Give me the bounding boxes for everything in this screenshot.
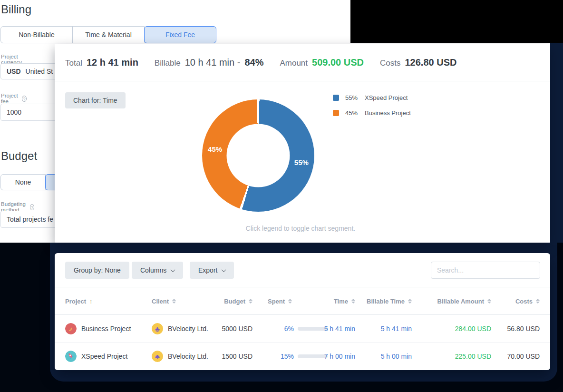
costs-cell: 56.80 USD [483,315,540,343]
stat-total: Total 12 h 41 min [65,57,138,68]
sort-icon [536,299,540,304]
billable-amount-cell: 225.00 USD [420,343,491,370]
sort-icon [288,299,292,304]
donut-segment-label: 55% [294,158,309,167]
search-input[interactable] [431,262,540,279]
sort-icon [249,299,252,304]
spent-percent: 6% [268,325,294,333]
export-button[interactable]: Export [190,262,234,279]
business-project-icon: ♪ [65,323,77,334]
svg-text:♣: ♣ [155,353,160,361]
table-row[interactable]: XSpeed Project ♣ BVelocity Ltd. 1500 USD… [55,343,550,370]
column-header-budget[interactable]: Budget [205,287,252,315]
budget-type-tabs: None [0,174,58,190]
budget-title: Budget [1,149,37,163]
group-by-button[interactable]: Group by: None [65,262,129,279]
amount-value: 509.00 USD [312,57,364,68]
budgeting-method-value: Total projects fe [7,216,53,223]
billable-amount-cell: 284.00 USD [420,315,491,343]
stat-billable: Billable 10 h 41 min - 84% [155,57,264,68]
legend-percent: 45% [345,109,359,117]
backdrop-black-block [350,0,563,43]
donut-segment-label: 45% [208,145,222,153]
backdrop-navy-sliver [550,43,563,244]
summary-stats: Total 12 h 41 min Billable 10 h 41 min -… [65,44,456,81]
column-header-billable-time[interactable]: Billable Time [355,287,412,315]
project-fee-label: Project fee [1,93,27,104]
billable-time-cell: 5 h 41 min [355,315,412,343]
bvelocity-client-icon: ♣ [152,351,163,362]
budget-cell: 5000 USD [205,315,252,343]
tab-budget-none[interactable]: None [0,174,46,190]
budget-cell: 1500 USD [205,343,252,370]
column-header-time[interactable]: Time [298,287,355,315]
column-header-project[interactable]: Project [65,287,148,315]
legend-swatch-blue [333,95,339,101]
sort-icon [172,299,176,304]
divider [55,81,550,81]
svg-text:♣: ♣ [155,325,160,333]
legend-label: XSpeed Project [365,94,408,101]
billable-percent: 84% [244,57,263,68]
summary-chart-card: Total 12 h 41 min Billable 10 h 41 min -… [55,44,550,243]
time-cell: 7 h 00 min [298,343,355,370]
billing-type-tabs: Non-Billable Time & Material Fixed Fee [0,26,216,43]
currency-name: United St [26,68,53,75]
chevron-down-icon [171,267,175,272]
table-header: Project Client Budget Spent Time Billabl… [55,287,550,315]
project-cell: XSpeed Project [65,343,148,370]
help-icon [30,204,34,210]
costs-cell: 70.00 USD [483,343,540,370]
costs-value: 126.80 USD [405,57,456,68]
chart-legend: 55% XSpeed Project 45% Business Project [333,94,411,117]
stat-costs: Costs 126.80 USD [380,57,456,68]
xspeed-project-icon [65,351,77,362]
table-row[interactable]: ♪ Business Project ♣ BVelocity Ltd. 5000… [55,315,550,343]
time-cell: 5 h 41 min [298,315,355,343]
currency-code: USD [7,68,21,75]
column-header-costs[interactable]: Costs [483,287,540,315]
donut-chart: 55%45% [202,99,314,212]
sort-icon [408,299,412,304]
projects-table-card: Group by: None Columns Export Project Cl… [55,253,550,370]
column-header-billable-amount[interactable]: Billable Amount [420,287,491,315]
legend-label: Business Project [365,109,411,117]
tab-fixed-fee[interactable]: Fixed Fee [144,26,216,43]
legend-percent: 55% [345,94,359,101]
chart-for-button[interactable]: Chart for: Time [65,92,126,108]
legend-item-business[interactable]: 45% Business Project [333,109,411,117]
billable-value: 10 h 41 min - [185,57,241,68]
sort-asc-icon [89,298,93,305]
total-value: 12 h 41 min [87,57,138,68]
chevron-down-icon [222,267,226,272]
tab-time-material[interactable]: Time & Material [72,26,145,43]
project-fee-value: 1000 [7,108,21,116]
columns-button[interactable]: Columns [132,262,183,279]
legend-swatch-orange [333,110,339,116]
donut-hole [227,124,290,187]
billing-title: Billing [1,3,31,16]
spent-percent: 15% [268,353,294,360]
legend-item-xspeed[interactable]: 55% XSpeed Project [333,94,411,101]
stat-amount: Amount 509.00 USD [280,57,364,68]
help-icon [22,96,27,102]
billable-time-cell: 5 h 00 min [355,343,412,370]
tab-non-billable[interactable]: Non-Billable [0,26,73,43]
bvelocity-client-icon: ♣ [152,323,163,334]
chart-caption: Click legend to toggle chart segment. [246,225,355,232]
project-cell: ♪ Business Project [65,315,148,343]
table-toolbar: Group by: None Columns Export [55,253,550,287]
